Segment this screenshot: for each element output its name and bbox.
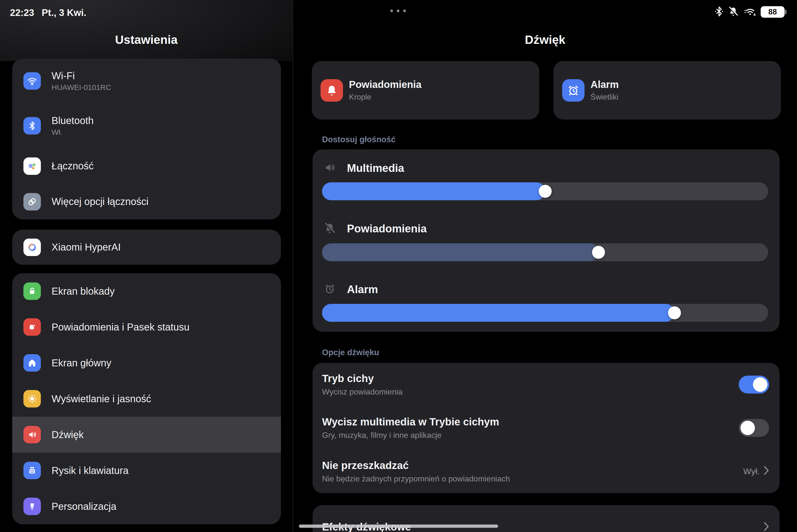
notifications-volume-label: Powiadomienia bbox=[323, 221, 426, 236]
bluetooth-icon bbox=[23, 117, 41, 134]
sidebar: 22:23Pt., 3 Kwi. Ustawienia Wi-Fi HUAWEI… bbox=[0, 0, 293, 532]
option-title: Tryb cichy bbox=[322, 373, 402, 384]
sound-icon bbox=[23, 426, 41, 443]
page-title: Dźwięk bbox=[293, 33, 797, 46]
battery-percent: 88 bbox=[768, 7, 777, 16]
sidebar-item-ekran-blokady[interactable]: Ekran blokady bbox=[12, 273, 281, 309]
bell-icon bbox=[321, 79, 343, 102]
display-brightness-icon bbox=[23, 390, 41, 407]
sidebar-item-wifi[interactable]: Wi-Fi HUAWEI-0101RC bbox=[12, 59, 281, 103]
slider-label: Powiadomienia bbox=[347, 223, 426, 235]
svg-text:6: 6 bbox=[754, 13, 756, 17]
sound-options-card: Tryb cichy Wycisz powiadomienia Wycisz m… bbox=[312, 363, 780, 493]
bell-muted-icon bbox=[323, 222, 336, 235]
option-subtitle: Gry, muzyka, filmy i inne aplikacje bbox=[322, 431, 499, 440]
sidebar-item-label: Wi-Fi bbox=[52, 70, 111, 81]
date: Pt., 3 Kwi. bbox=[42, 7, 86, 18]
option-subtitle: Nie będzie żadnych przypomnień o powiado… bbox=[322, 474, 510, 483]
slider-fill bbox=[322, 182, 545, 200]
sidebar-item-hyperai[interactable]: Xiaomi HyperAI bbox=[12, 230, 281, 265]
toggle-knob bbox=[740, 421, 755, 435]
sidebar-item-label: Dźwięk bbox=[52, 429, 84, 440]
section-label-sound-options: Opcje dźwięku bbox=[322, 348, 379, 357]
sidebar-item-lacznosc[interactable]: Łączność bbox=[12, 148, 281, 184]
sidebar-item-sublabel: Wł. bbox=[52, 128, 94, 136]
sidebar-item-personalizacja[interactable]: Personalizacja bbox=[12, 489, 281, 524]
chevron-right-icon bbox=[764, 466, 769, 477]
connectivity-icon bbox=[23, 157, 41, 175]
sidebar-item-label: Wyświetlanie i jasność bbox=[52, 393, 151, 404]
card-subtitle: Krople bbox=[349, 93, 421, 102]
statusbar-left: 22:23Pt., 3 Kwi. bbox=[10, 7, 87, 18]
home-indicator[interactable] bbox=[299, 525, 498, 528]
toggle-knob bbox=[753, 377, 767, 392]
sidebar-item-label: Więcej opcji łączności bbox=[52, 196, 149, 207]
more-connectivity-icon bbox=[23, 193, 41, 210]
sidebar-title: Ustawienia bbox=[0, 33, 293, 46]
battery-icon: 88 bbox=[761, 6, 784, 18]
notifications-muted-status-icon bbox=[728, 6, 739, 18]
sidebar-item-label: Łączność bbox=[52, 160, 94, 172]
wifi6-status-icon: 6 bbox=[743, 6, 756, 18]
card-title: Powiadomienia bbox=[349, 79, 421, 90]
sidebar-item-bluetooth[interactable]: Bluetooth Wł. bbox=[12, 103, 281, 148]
multimedia-volume-slider[interactable] bbox=[322, 182, 768, 200]
window-handle-dots-icon[interactable] bbox=[390, 10, 406, 12]
settings-app: 22:23Pt., 3 Kwi. Ustawienia Wi-Fi HUAWEI… bbox=[0, 0, 797, 532]
home-screen-icon bbox=[23, 354, 41, 372]
sidebar-item-rysik[interactable]: Rysik i klawiatura bbox=[12, 453, 281, 489]
sidebar-group-system: Ekran blokady Powiadomienia i Pasek stat… bbox=[12, 273, 281, 524]
mute-media-row[interactable]: Wycisz multimedia w Trybie cichym Gry, m… bbox=[312, 406, 780, 450]
lock-screen-icon bbox=[23, 282, 41, 300]
section-label-volume: Dostosuj głośność bbox=[322, 135, 396, 144]
slider-thumb[interactable] bbox=[592, 246, 605, 259]
sound-effects-row[interactable]: Efekty dźwiękowe bbox=[312, 505, 780, 532]
alarm-clock-icon bbox=[562, 79, 585, 102]
option-title: Nie przeszkadzać bbox=[322, 459, 510, 472]
card-title: Alarm bbox=[590, 79, 619, 90]
personalization-icon bbox=[23, 498, 41, 515]
sidebar-item-ekran-glowny[interactable]: Ekran główny bbox=[12, 345, 281, 381]
pane-divider bbox=[293, 0, 293, 532]
alarm-volume-slider[interactable] bbox=[322, 304, 768, 322]
slider-thumb[interactable] bbox=[539, 185, 552, 198]
sidebar-item-label: Rysik i klawiatura bbox=[52, 465, 129, 476]
volume-card: Multimedia Powiadomienia bbox=[312, 149, 780, 332]
bluetooth-status-icon bbox=[715, 6, 723, 18]
stylus-keyboard-icon bbox=[23, 462, 41, 479]
wifi-icon bbox=[23, 72, 41, 90]
alarm-clock-icon bbox=[323, 282, 336, 297]
alarm-volume-label: Alarm bbox=[323, 282, 378, 297]
sidebar-item-label: Bluetooth bbox=[52, 115, 94, 126]
clock: 22:23 bbox=[10, 7, 34, 18]
statusbar-right: 6 88 bbox=[715, 5, 784, 18]
notifications-statusbar-icon bbox=[23, 318, 41, 336]
slider-label: Alarm bbox=[347, 283, 378, 296]
silent-mode-row[interactable]: Tryb cichy Wycisz powiadomienia bbox=[312, 363, 780, 406]
slider-fill bbox=[322, 304, 675, 322]
multimedia-volume-label: Multimedia bbox=[323, 160, 404, 176]
alarm-sound-card[interactable]: Alarm Świetliki bbox=[553, 61, 781, 119]
mute-media-toggle[interactable] bbox=[739, 419, 769, 437]
sidebar-group-connectivity: Wi-Fi HUAWEI-0101RC Bluetooth Wł. bbox=[12, 59, 281, 220]
sidebar-group-hyperai: Xiaomi HyperAI bbox=[12, 230, 281, 265]
sidebar-item-dzwiek[interactable]: Dźwięk bbox=[12, 417, 281, 453]
notification-sound-card[interactable]: Powiadomienia Krople bbox=[312, 61, 539, 119]
option-subtitle: Wycisz powiadomienia bbox=[322, 387, 402, 397]
chevron-right-icon bbox=[764, 522, 769, 532]
silent-mode-toggle[interactable] bbox=[739, 376, 769, 394]
notifications-volume-slider[interactable] bbox=[322, 243, 768, 261]
slider-thumb[interactable] bbox=[668, 306, 681, 319]
sidebar-item-label: Powiadomienia i Pasek statusu bbox=[52, 322, 190, 333]
sidebar-item-wyswietlanie[interactable]: Wyświetlanie i jasność bbox=[12, 381, 281, 417]
sidebar-item-sublabel: HUAWEI-0101RC bbox=[52, 83, 111, 92]
hyperai-icon bbox=[23, 239, 41, 256]
sidebar-item-label: Personalizacja bbox=[52, 501, 116, 512]
sidebar-item-powiadomienia-pasek[interactable]: Powiadomienia i Pasek statusu bbox=[12, 309, 281, 345]
sidebar-item-label: Ekran główny bbox=[52, 357, 111, 368]
slider-fill bbox=[322, 243, 599, 261]
do-not-disturb-row[interactable]: Nie przeszkadzać Nie będzie żadnych przy… bbox=[312, 450, 780, 493]
card-subtitle: Świetliki bbox=[590, 93, 619, 102]
sidebar-item-wiecej-opcji[interactable]: Więcej opcji łączności bbox=[12, 184, 281, 220]
speaker-icon bbox=[323, 161, 336, 175]
